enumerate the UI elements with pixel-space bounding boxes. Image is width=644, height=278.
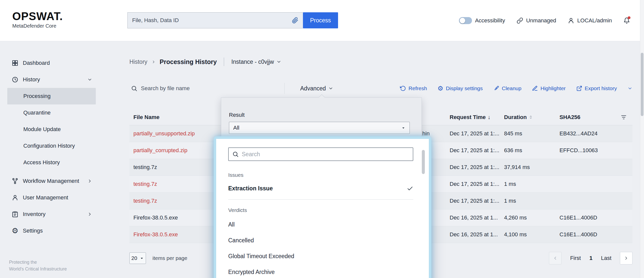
accessibility-label: Accessibility bbox=[475, 17, 505, 24]
option-label: Global Timeout Exceeded bbox=[228, 253, 294, 260]
scrollbar-thumb[interactable] bbox=[641, 53, 643, 116]
breadcrumb-history[interactable]: History bbox=[129, 59, 147, 65]
cell-sha256: EB432...4AD24 bbox=[559, 130, 617, 137]
sidebar-item-user-management[interactable]: User Management bbox=[7, 189, 96, 206]
sidebar-item-configuration-history[interactable]: Configuration History bbox=[7, 138, 96, 154]
cell-sha256: EFFCD...10063 bbox=[559, 147, 617, 154]
broom-icon bbox=[493, 85, 499, 91]
col-request-time[interactable]: Request Time ↓ bbox=[450, 114, 504, 121]
next-page-button[interactable] bbox=[620, 252, 632, 264]
caret-down-icon bbox=[140, 256, 144, 260]
col-label: SHA256 bbox=[559, 114, 580, 121]
unmanaged-label: Unmanaged bbox=[526, 17, 556, 24]
advanced-filter-button[interactable]: Advanced bbox=[300, 85, 333, 92]
accessibility-toggle[interactable] bbox=[459, 17, 472, 24]
dropdown-option-extraction-issue[interactable]: Extraction Issue bbox=[228, 185, 413, 192]
sidebar-item-module-update[interactable]: Module Update bbox=[7, 121, 96, 138]
col-label: File Name bbox=[133, 114, 159, 121]
dropdown-group-verdicts: Verdicts bbox=[228, 207, 413, 213]
option-label: All bbox=[228, 221, 235, 228]
result-options-dropdown: Issues Extraction Issue Verdicts All Can… bbox=[214, 136, 431, 278]
toggle-knob bbox=[460, 18, 465, 23]
toolbar-collapse-chevron[interactable] bbox=[627, 86, 632, 91]
chevron-down-icon bbox=[276, 59, 281, 64]
dropdown-search-input[interactable] bbox=[242, 151, 409, 158]
check-icon bbox=[407, 185, 413, 192]
sidebar-item-workflow-management[interactable]: Workflow Management bbox=[7, 173, 96, 189]
history-icon bbox=[11, 76, 19, 83]
export-icon bbox=[576, 85, 582, 91]
filter-icon bbox=[620, 114, 627, 121]
cell-request-time: Dec 17, 2025 at 1:... bbox=[450, 198, 504, 204]
refresh-button[interactable]: Refresh bbox=[400, 85, 427, 91]
export-history-button[interactable]: Export history bbox=[576, 85, 617, 91]
option-label: Extraction Issue bbox=[228, 185, 273, 192]
advanced-label: Advanced bbox=[300, 85, 326, 92]
display-settings-button[interactable]: ⚙ Display settings bbox=[438, 85, 483, 92]
sidebar-item-label: User Management bbox=[23, 194, 68, 201]
first-page-button[interactable]: First bbox=[570, 255, 581, 261]
cleanup-label: Cleanup bbox=[502, 85, 521, 91]
app-logo[interactable]: OPSWAT. MetaDefender Core bbox=[12, 10, 63, 29]
process-button[interactable]: Process bbox=[303, 12, 338, 28]
cell-duration: 1 ms bbox=[504, 198, 559, 204]
highlighter-button[interactable]: Highlighter bbox=[532, 85, 566, 91]
notifications-button[interactable] bbox=[623, 17, 630, 24]
page-title: Processing History bbox=[160, 58, 217, 66]
scan-input[interactable] bbox=[132, 17, 289, 24]
instance-selector[interactable]: Instance - c0vjjw bbox=[231, 59, 281, 65]
footer-line: World's Critical Infrastructure bbox=[9, 266, 67, 272]
scan-input-wrap bbox=[127, 12, 303, 28]
chevron-right-icon bbox=[87, 179, 92, 184]
sidebar-item-label: Workflow Management bbox=[23, 178, 79, 184]
per-page-group: 20 items per page bbox=[129, 252, 187, 264]
prev-page-button[interactable] bbox=[549, 252, 561, 264]
sidebar-item-quarantine[interactable]: Quarantine bbox=[7, 104, 96, 121]
dropdown-option-global-timeout-exceeded[interactable]: Global Timeout Exceeded bbox=[228, 253, 413, 260]
scan-group: Process bbox=[127, 12, 338, 28]
cell-duration: 845 ms bbox=[504, 130, 559, 137]
sort-desc-icon: ↓ bbox=[488, 114, 491, 121]
sidebar-item-label: Module Update bbox=[23, 126, 61, 133]
dropdown-option-cancelled[interactable]: Cancelled bbox=[228, 237, 413, 244]
unmanaged-link[interactable]: Unmanaged bbox=[517, 17, 556, 24]
per-page-select[interactable]: 20 bbox=[129, 252, 146, 264]
sidebar-item-dashboard[interactable]: Dashboard bbox=[7, 55, 96, 71]
notification-badge bbox=[628, 16, 630, 19]
column-filter-button[interactable] bbox=[617, 114, 632, 121]
result-select[interactable]: All bbox=[229, 122, 410, 134]
sidebar-item-access-history[interactable]: Access History bbox=[7, 154, 96, 171]
sidebar-item-settings[interactable]: ⚙ Settings bbox=[7, 223, 96, 239]
dropdown-scrollbar-thumb[interactable] bbox=[422, 150, 425, 174]
sidebar-item-history[interactable]: History bbox=[7, 71, 96, 88]
current-page[interactable]: 1 bbox=[589, 255, 592, 261]
per-page-label: items per page bbox=[152, 255, 187, 261]
caret-down-icon bbox=[401, 126, 406, 130]
cell-request-time: Dec 16, 2025 at 1... bbox=[450, 214, 504, 221]
divider bbox=[224, 58, 224, 66]
cell-duration: 4,100 ms bbox=[504, 231, 559, 238]
gear-icon: ⚙ bbox=[438, 85, 443, 92]
sidebar-item-processing[interactable]: Processing bbox=[7, 88, 96, 104]
header-right-cluster: Accessibility Unmanaged LOCAL/admin bbox=[459, 0, 630, 41]
col-sha256[interactable]: SHA256 bbox=[559, 114, 617, 121]
sidebar-item-label: Configuration History bbox=[23, 143, 75, 149]
cell-request-time: Dec 17, 2025 at 1:... bbox=[450, 181, 504, 187]
file-search-input[interactable] bbox=[141, 85, 281, 92]
sort-icon bbox=[529, 115, 533, 119]
cell-request-time: Dec 17, 2025 at 1:... bbox=[450, 147, 504, 154]
col-duration[interactable]: Duration bbox=[504, 114, 559, 121]
sidebar-item-inventory[interactable]: Inventory bbox=[7, 206, 96, 223]
last-page-button[interactable]: Last bbox=[601, 255, 611, 261]
sidebar-item-label: Inventory bbox=[23, 211, 46, 217]
dropdown-option-all[interactable]: All bbox=[228, 221, 413, 228]
cleanup-button[interactable]: Cleanup bbox=[493, 85, 521, 91]
page-controls: First 1 Last bbox=[549, 252, 632, 264]
user-icon bbox=[568, 17, 574, 24]
cell-request-time: Dec 16, 2025 at 1... bbox=[450, 231, 504, 238]
cell-sha256: C16E1...4006D bbox=[559, 214, 617, 221]
user-menu[interactable]: LOCAL/admin bbox=[568, 17, 612, 24]
divider bbox=[284, 83, 285, 94]
paperclip-icon[interactable] bbox=[292, 17, 298, 24]
dropdown-option-encrypted-archive[interactable]: Encrypted Archive bbox=[228, 269, 413, 275]
